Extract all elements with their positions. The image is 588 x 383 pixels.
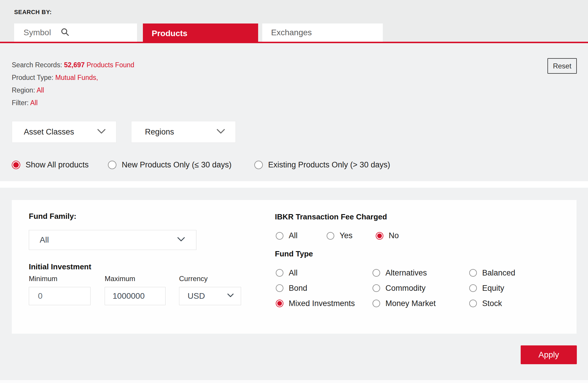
radio-label: Alternatives	[385, 268, 427, 278]
fund-family-value: All	[40, 235, 49, 245]
reset-button[interactable]: Reset	[547, 58, 577, 74]
radio-option-new-products-only[interactable]: New Products Only (≤ 30 days)	[108, 160, 231, 169]
radio-option-fee-all[interactable]: All	[276, 231, 298, 240]
radio-unselected-icon[interactable]	[372, 269, 380, 277]
radio-label: All	[289, 231, 298, 240]
search-by-label: SEARCH BY:	[14, 9, 52, 16]
radio-label: New Products Only (≤ 30 days)	[122, 160, 231, 169]
records-suffix: Products Found	[86, 61, 134, 69]
chevron-down-icon	[97, 129, 106, 135]
tab-exchanges-label: Exchanges	[271, 28, 312, 37]
radio-option-fund-type-stock[interactable]: Stock	[469, 296, 566, 311]
region-value: All	[36, 86, 44, 94]
radio-label: All	[289, 268, 298, 278]
radio-unselected-icon[interactable]	[469, 269, 477, 277]
product-type-value: Mutual Funds,	[55, 74, 98, 81]
records-count: 52,697	[64, 61, 85, 69]
radio-label: Mixed Investments	[289, 299, 355, 308]
radio-unselected-icon[interactable]	[372, 300, 380, 307]
radio-option-fee-no[interactable]: No	[376, 231, 399, 240]
minimum-input[interactable]	[29, 287, 91, 305]
currency-value: USD	[188, 291, 205, 301]
radio-label: Show All products	[26, 160, 89, 169]
radio-label: Yes	[340, 231, 353, 240]
apply-button[interactable]: Apply	[521, 345, 577, 364]
currency-label: Currency	[179, 275, 208, 283]
radio-unselected-icon[interactable]	[108, 161, 116, 169]
regions-dropdown[interactable]: Regions	[131, 121, 236, 143]
radio-unselected-icon[interactable]	[469, 300, 477, 307]
tab-products[interactable]: Products	[143, 23, 258, 43]
fund-type-heading: Fund Type	[275, 249, 313, 258]
radio-unselected-icon[interactable]	[276, 232, 283, 240]
product-type-label: Product Type:	[12, 74, 54, 81]
radio-option-fund-type-commodity[interactable]: Commodity	[372, 280, 469, 296]
filter-row: Filter: All	[12, 99, 38, 107]
red-divider	[0, 42, 588, 43]
ibkr-fee-heading: IBKR Transaction Fee Charged	[275, 212, 387, 221]
radio-unselected-icon[interactable]	[327, 232, 334, 240]
maximum-label: Maximum	[105, 275, 135, 283]
radio-selected-icon[interactable]	[276, 300, 283, 307]
asset-classes-dropdown[interactable]: Asset Classes	[12, 121, 116, 143]
radio-label: Commodity	[385, 284, 426, 293]
currency-select[interactable]: USD	[179, 287, 241, 305]
region-row: Region: All	[12, 86, 44, 94]
mutual-funds-filter-card: Fund Family: All Initial Investment Mini…	[12, 200, 577, 334]
radio-label: Balanced	[482, 268, 515, 278]
filter-label: Filter:	[12, 99, 29, 107]
filter-value: All	[30, 99, 38, 107]
symbol-search-field[interactable]	[14, 23, 137, 42]
bottom-edge-strip	[0, 380, 588, 383]
maximum-input[interactable]	[105, 287, 166, 305]
radio-option-existing-products-only[interactable]: Existing Products Only (> 30 days)	[254, 160, 390, 169]
radio-selected-icon[interactable]	[12, 161, 20, 169]
radio-label: Bond	[289, 284, 307, 293]
radio-option-fund-type-money-market[interactable]: Money Market	[372, 296, 469, 311]
records-label: Search Records:	[12, 61, 62, 69]
fund-family-label: Fund Family:	[29, 212, 76, 221]
radio-label: Money Market	[385, 299, 436, 308]
asset-classes-dropdown-label: Asset Classes	[24, 127, 74, 137]
search-header: SEARCH BY: Products Exchanges	[0, 0, 588, 43]
radio-label: Equity	[482, 284, 504, 293]
chevron-down-icon	[227, 293, 234, 299]
radio-label: Existing Products Only (> 30 days)	[268, 160, 390, 169]
tab-exchanges[interactable]: Exchanges	[262, 23, 383, 42]
radio-selected-icon[interactable]	[376, 232, 383, 240]
radio-unselected-icon[interactable]	[276, 269, 283, 277]
radio-option-fee-yes[interactable]: Yes	[327, 231, 353, 240]
product-type-row: Product Type: Mutual Funds,	[12, 74, 98, 82]
search-records-row: Search Records: 52,697 Products Found	[12, 61, 134, 69]
initial-investment-heading: Initial Investment	[29, 262, 91, 271]
radio-option-fund-type-all[interactable]: All	[276, 265, 372, 280]
fund-family-select[interactable]: All	[29, 230, 196, 250]
minimum-label: Minimum	[29, 275, 57, 283]
tab-products-label: Products	[152, 29, 187, 38]
radio-label: No	[389, 231, 399, 240]
chevron-down-icon	[177, 237, 185, 243]
radio-option-show-all-products[interactable]: Show All products	[12, 160, 89, 169]
radio-unselected-icon[interactable]	[469, 284, 477, 292]
radio-unselected-icon[interactable]	[276, 284, 283, 292]
radio-option-fund-type-equity[interactable]: Equity	[469, 280, 566, 296]
radio-unselected-icon[interactable]	[372, 284, 380, 292]
radio-group-fund-type: All Alternatives Balanced Bond Commodity…	[276, 265, 566, 311]
radio-label: Stock	[482, 299, 502, 308]
radio-option-fund-type-mixed-investments[interactable]: Mixed Investments	[276, 296, 372, 311]
radio-unselected-icon[interactable]	[254, 161, 263, 169]
radio-option-fund-type-bond[interactable]: Bond	[276, 280, 372, 296]
search-icon	[61, 28, 69, 38]
radio-option-fund-type-balanced[interactable]: Balanced	[469, 265, 566, 280]
chevron-down-icon	[217, 129, 225, 135]
region-label: Region:	[12, 86, 35, 94]
symbol-search-input[interactable]	[24, 28, 61, 37]
regions-dropdown-label: Regions	[145, 127, 174, 137]
product-search-screen: SEARCH BY: Products Exchanges Search Rec…	[0, 0, 588, 383]
radio-option-fund-type-alternatives[interactable]: Alternatives	[372, 265, 469, 280]
section-divider	[0, 181, 588, 188]
